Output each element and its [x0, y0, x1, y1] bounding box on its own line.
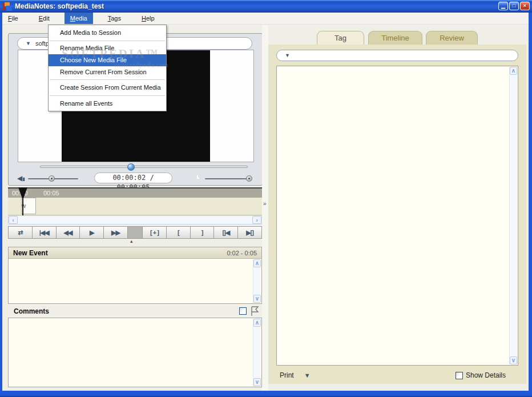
- menu-separator: [50, 41, 165, 41]
- scroll-up-icon[interactable]: ∧: [510, 67, 517, 75]
- show-details-control[interactable]: Show Details: [456, 371, 506, 379]
- menu-tags[interactable]: Tags: [102, 13, 127, 24]
- new-event-section: New Event 0:02 - 0:05 ∧ ∨: [8, 247, 262, 304]
- rate-slider-track[interactable]: [205, 178, 251, 179]
- comments-title: Comments: [14, 307, 49, 315]
- toolbar-spacer: [128, 227, 143, 238]
- menu-separator: [50, 95, 165, 96]
- menu-item-choose-new-media[interactable]: Choose New Media File: [49, 54, 166, 66]
- scroll-down-icon[interactable]: ∨: [253, 378, 261, 386]
- expand-panel-icon[interactable]: »: [263, 200, 267, 207]
- print-dropdown-icon[interactable]: ▼: [304, 372, 311, 379]
- app-icon: [3, 2, 12, 11]
- media-swap-button[interactable]: ⇄: [9, 227, 33, 238]
- panel-divider: [262, 25, 268, 391]
- menu-item-remove-current[interactable]: Remove Current From Session: [49, 66, 166, 78]
- scroll-down-icon[interactable]: ∨: [510, 356, 517, 364]
- flag-icon[interactable]: [249, 306, 261, 316]
- menu-edit[interactable]: Edit: [33, 13, 55, 24]
- window-title: MediaNotes: softpedia_test: [15, 2, 104, 10]
- show-details-checkbox[interactable]: [456, 372, 463, 379]
- scroll-right-icon[interactable]: ›: [252, 216, 261, 224]
- mark-in-button[interactable]: [: [167, 227, 191, 238]
- menu-item-add-media[interactable]: Add Media to Session: [49, 26, 166, 39]
- comments-section: ∧ ∨: [8, 318, 262, 387]
- mark-out-button[interactable]: ]: [191, 227, 215, 238]
- title-bar[interactable]: MediaNotes: softpedia_test ▁ □ ×: [0, 0, 532, 13]
- menu-item-create-session[interactable]: Create Session From Current Media: [49, 81, 166, 94]
- comments-scrollbar[interactable]: ∧ ∨: [253, 319, 261, 386]
- speaker-icon: ◀▮: [17, 175, 25, 183]
- menu-file[interactable]: File: [2, 13, 24, 24]
- notes-scrollbar[interactable]: ∧ ∨: [509, 67, 517, 364]
- minimize-button[interactable]: ▁: [498, 2, 508, 10]
- collapse-handle-icon[interactable]: ▴: [130, 238, 133, 244]
- menu-media[interactable]: Media: [65, 13, 93, 24]
- playhead-line: [22, 199, 23, 216]
- menu-separator: [50, 79, 165, 80]
- notes-text-area[interactable]: ∧ ∨: [276, 66, 518, 366]
- new-event-header: New Event 0:02 - 0:05: [9, 247, 261, 259]
- media-menu-dropdown: Add Media to Session Rename Media File C…: [48, 25, 167, 111]
- transport-toolbar: ⇄ |◀◀ ◀◀ ▶ ▶▶ [ + ] [ ] []◀ ▶[]: [8, 226, 262, 239]
- menu-help[interactable]: Help: [136, 13, 160, 24]
- app-window: MediaNotes: softpedia_test ▁ □ × File Ed…: [0, 0, 532, 397]
- time-display: 00:00:02 / 00:00:05: [94, 173, 172, 183]
- window-border-left: [0, 13, 2, 392]
- playhead-marker[interactable]: [18, 187, 27, 200]
- new-event-time-range: 0:02 - 0:05: [227, 250, 257, 256]
- rate-slider-thumb[interactable]: [246, 175, 252, 182]
- scroll-down-icon[interactable]: ∨: [253, 295, 261, 303]
- seek-slider-thumb[interactable]: [127, 163, 135, 171]
- volume-slider-thumb[interactable]: [49, 175, 55, 182]
- scroll-left-icon[interactable]: ‹: [9, 216, 18, 224]
- print-label[interactable]: Print: [280, 371, 294, 379]
- print-control[interactable]: Print ▼: [280, 371, 311, 379]
- rewind-button[interactable]: ◀◀: [57, 227, 80, 238]
- scroll-up-icon[interactable]: ∧: [253, 319, 261, 327]
- timeline-ruler[interactable]: 00:00 00:05: [8, 187, 262, 198]
- goto-out-button[interactable]: ▶[]: [238, 227, 261, 238]
- scroll-up-icon[interactable]: ∧: [253, 259, 261, 267]
- timeline-track[interactable]: w Eve: [8, 198, 262, 215]
- comments-checkbox[interactable]: [239, 307, 247, 315]
- window-border-right: [529, 13, 532, 392]
- window-border-bottom: [0, 391, 532, 397]
- play-button[interactable]: ▶: [80, 227, 104, 238]
- fast-forward-button[interactable]: ▶▶: [104, 227, 128, 238]
- notes-text[interactable]: [277, 66, 518, 365]
- close-button[interactable]: ×: [520, 2, 530, 10]
- chevron-down-icon: ▼: [285, 53, 290, 58]
- skip-start-button[interactable]: |◀◀: [33, 227, 57, 238]
- tab-timeline[interactable]: Timeline: [368, 31, 422, 45]
- show-details-label: Show Details: [466, 371, 506, 379]
- seek-slider-track[interactable]: [40, 166, 248, 168]
- ruler-tick-5: 00:05: [43, 190, 59, 197]
- tab-review[interactable]: Review: [426, 31, 478, 45]
- comments-text-area[interactable]: [9, 318, 261, 387]
- new-event-title: New Event: [13, 249, 48, 257]
- goto-in-button[interactable]: []◀: [214, 227, 238, 238]
- new-event-scrollbar[interactable]: ∧ ∨: [253, 259, 261, 303]
- maximize-button[interactable]: □: [509, 2, 519, 10]
- tab-tag[interactable]: Tag: [317, 31, 364, 45]
- chevron-down-icon: ▼: [26, 41, 31, 46]
- timeline-scrollbar[interactable]: ‹ ›: [8, 215, 262, 224]
- tab-strip: Tag Timeline Review: [268, 31, 526, 45]
- add-event-button[interactable]: [ + ]: [143, 227, 167, 238]
- menu-item-rename-events[interactable]: Rename all Events: [49, 97, 166, 110]
- menu-bar: File Edit Media Tags Help: [2, 13, 529, 25]
- new-event-text-area[interactable]: [9, 259, 261, 303]
- tag-tab-panel: ▼ ∧ ∨ Print ▼ Show Details: [268, 45, 526, 384]
- menu-item-rename-media[interactable]: Rename Media File: [49, 42, 166, 54]
- tag-selector-dropdown[interactable]: ▼: [276, 50, 518, 61]
